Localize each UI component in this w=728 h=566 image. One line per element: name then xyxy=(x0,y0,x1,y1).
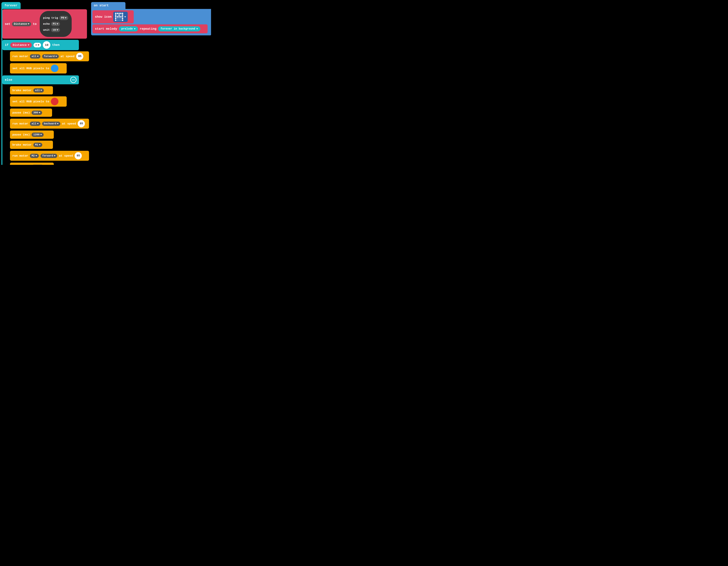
run-motor-1-label: run motor xyxy=(12,55,28,58)
pause-1200-dropdown[interactable]: 1200 xyxy=(32,133,44,137)
led-dot xyxy=(117,18,118,19)
start-melody-label: start melody xyxy=(95,27,117,31)
run-motor-2-label: run motor xyxy=(12,122,28,125)
distance-var: Distance xyxy=(14,23,27,26)
led-dot xyxy=(118,13,120,14)
set-label: set xyxy=(5,22,10,26)
if-value: 10 xyxy=(45,43,48,47)
at-speed-1-label: at speed xyxy=(60,55,75,58)
ping-row: ping trig P0 xyxy=(43,16,68,20)
operator-dropdown[interactable]: > xyxy=(34,43,41,47)
remove-else-button[interactable] xyxy=(70,77,76,83)
distance-if-dropdown[interactable]: Distance xyxy=(10,42,32,48)
melody-block: start melody prelude repeating forever i… xyxy=(92,24,208,33)
motor-all-2-dropdown[interactable]: all xyxy=(30,122,40,126)
prelude-arrow-icon xyxy=(134,28,136,30)
unit-label: unit xyxy=(43,29,50,32)
bg-label: forever in background xyxy=(161,27,195,30)
led-dot xyxy=(115,18,116,19)
run-motor-backward-block: run motor all backward at speed 85 xyxy=(10,119,89,129)
if-label: if xyxy=(5,43,9,47)
on-start-label: on start xyxy=(94,4,109,7)
motor-all-1-arrow-icon xyxy=(37,56,39,57)
m2-forward-label: forward xyxy=(42,154,53,157)
color-blue-circle[interactable] xyxy=(51,65,58,72)
led-dot xyxy=(120,14,122,16)
motor-m2-label: M2 xyxy=(32,154,35,157)
speed-3-value[interactable]: 85 xyxy=(75,152,82,159)
distance-if-var: Distance xyxy=(13,43,27,47)
then-label: then xyxy=(52,43,59,47)
color-red-circle[interactable] xyxy=(51,98,58,105)
minus-icon xyxy=(72,80,75,80)
pause-1500-block: pause (ms) 1500 xyxy=(10,163,54,165)
motor-m2-dropdown[interactable]: M2 xyxy=(30,154,39,158)
brake-m1-label: M1 xyxy=(35,143,38,146)
speed-2-value[interactable]: 85 xyxy=(78,120,85,127)
led-dot xyxy=(122,18,123,19)
ping-port: P0 xyxy=(61,16,64,19)
led-dot xyxy=(122,14,123,16)
m2-forward-arrow-icon xyxy=(54,155,56,157)
speed-1-value[interactable]: 85 xyxy=(76,53,83,60)
led-dot xyxy=(122,20,123,21)
brake-all-dropdown[interactable]: all xyxy=(33,88,44,93)
show-icon-block: show icon xyxy=(92,10,134,23)
m2-forward-dropdown[interactable]: forward xyxy=(41,154,57,158)
forward-dropdown[interactable]: forward xyxy=(42,54,59,59)
brake-all-arrow-icon xyxy=(40,90,42,91)
forever-label: forever xyxy=(4,4,18,7)
backward-dropdown[interactable]: backward xyxy=(42,122,60,126)
set-block: set Distance to ping trig P0 xyxy=(2,9,87,39)
motor-all-1: all xyxy=(32,55,36,58)
echo-port: P1 xyxy=(53,23,56,25)
pause-300-block: pause (ms) 300 xyxy=(10,109,52,117)
set-rgb-2-label: set all RGB pixels to xyxy=(12,100,49,103)
melody-name: prelude xyxy=(121,27,133,30)
set-rgb-red-block: set all RGB pixels to xyxy=(10,96,67,107)
led-dot xyxy=(115,14,116,16)
pause-1200-value: 1200 xyxy=(33,133,40,136)
echo-row: echo P1 xyxy=(43,22,68,26)
icon-arrow-icon xyxy=(124,16,126,18)
distance-dropdown[interactable]: Distance xyxy=(12,22,31,26)
led-dot xyxy=(122,16,123,18)
led-dot xyxy=(115,16,116,18)
bg-dropdown[interactable]: forever in background xyxy=(158,26,200,31)
echo-label: echo xyxy=(43,23,50,26)
brake-m1-dropdown[interactable]: M1 xyxy=(33,143,42,147)
icon-grid-button[interactable] xyxy=(113,12,128,22)
led-dot xyxy=(118,20,120,21)
pause-1200-arrow-icon xyxy=(40,134,42,135)
pause-300-value: 300 xyxy=(33,111,38,114)
else-label: else xyxy=(5,78,12,82)
ping-port-dropdown[interactable]: P0 xyxy=(59,16,68,20)
repeating-label: repeating xyxy=(140,27,156,31)
if-block: if Distance > 10 then xyxy=(2,40,79,50)
set-rgb-blue-block: set all RGB pixels to xyxy=(10,63,67,74)
value-input[interactable]: 10 xyxy=(43,41,50,49)
on-start-header: on start xyxy=(91,2,125,9)
brake-all-label: all xyxy=(35,89,40,92)
motor-all-2-arrow-icon xyxy=(37,123,39,124)
bg-arrow-icon xyxy=(196,28,198,30)
led-dot xyxy=(120,18,122,19)
brake-motor-m1-block: brake motor M1 xyxy=(10,141,53,149)
echo-port-dropdown[interactable]: P1 xyxy=(51,22,60,26)
led-dot xyxy=(115,13,116,14)
unit-dropdown[interactable]: cm xyxy=(51,28,60,32)
pause-300-dropdown[interactable]: 300 xyxy=(32,111,42,115)
run-motor-forward-block: run motor all forward at speed 85 xyxy=(10,51,89,61)
melody-name-dropdown[interactable]: prelude xyxy=(119,26,138,31)
forever-content: set Distance to ping trig P0 xyxy=(2,9,89,165)
show-icon-label: show icon xyxy=(95,15,112,19)
p1-arrow-icon xyxy=(57,23,58,25)
unit-value: cm xyxy=(53,29,56,31)
motor-all-1-dropdown[interactable]: all xyxy=(30,54,40,59)
pause-1500-dropdown[interactable]: 1500 xyxy=(32,165,44,165)
distance-if-arrow-icon xyxy=(28,45,29,46)
brake-motor-all-block: brake motor all xyxy=(10,86,53,95)
led-dot xyxy=(120,16,122,18)
forward-arrow-icon xyxy=(55,56,57,57)
op-arrow-icon xyxy=(38,45,39,46)
